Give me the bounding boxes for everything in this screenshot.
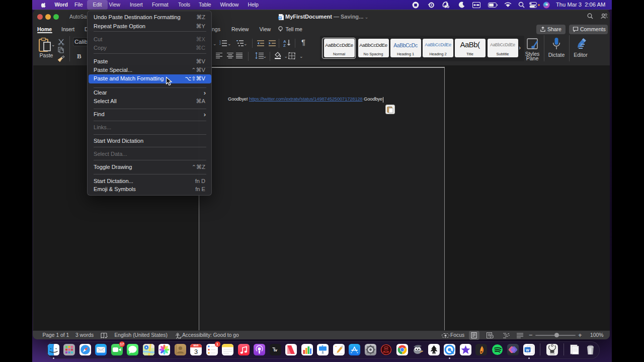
svg-text:“: “ xyxy=(335,345,337,349)
svg-text:W: W xyxy=(279,16,282,19)
svg-text:MAR: MAR xyxy=(193,344,199,347)
svg-text:PLAY: PLAY xyxy=(383,351,389,353)
svg-text:3: 3 xyxy=(194,347,198,355)
svg-text:2: 2 xyxy=(219,42,221,45)
svg-text:Z: Z xyxy=(283,43,286,47)
svg-text:tv: tv xyxy=(273,348,277,352)
svg-text:W: W xyxy=(525,347,529,352)
